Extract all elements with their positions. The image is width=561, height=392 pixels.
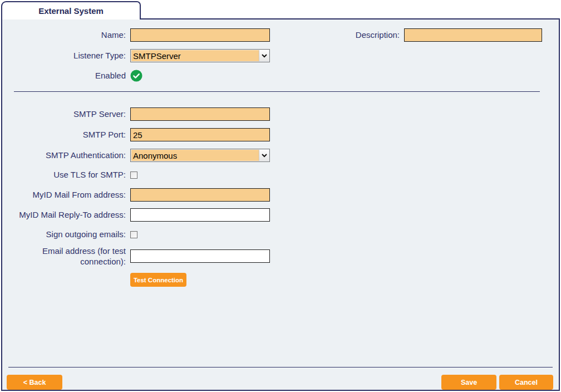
row-mail-from: MyID Mail From address:: [8, 188, 553, 202]
row-sign-emails: Sign outgoing emails:: [8, 229, 553, 240]
spacer: [62, 375, 441, 390]
tab-title: External System: [38, 6, 104, 16]
section-divider: [14, 91, 540, 92]
back-button[interactable]: < Back: [7, 375, 62, 390]
test-connection-button[interactable]: Test Connection: [130, 273, 186, 287]
smtp-port-label: SMTP Port:: [8, 129, 126, 140]
cancel-button[interactable]: Cancel: [499, 375, 553, 390]
smtp-server-label: SMTP Server:: [8, 109, 126, 120]
smtp-port-input[interactable]: [130, 128, 270, 141]
description-input[interactable]: [404, 28, 542, 42]
mail-reply-to-label: MyID Mail Reply-To address:: [8, 209, 126, 220]
smtp-authentication-label: SMTP Authentication:: [8, 150, 126, 161]
chevron-down-icon[interactable]: [259, 50, 269, 61]
mail-reply-to-input[interactable]: [130, 208, 270, 222]
description-label: Description:: [356, 30, 400, 41]
chevron-down-icon[interactable]: [259, 150, 269, 161]
external-system-panel: Name: Description: Listener Type: SMTPSe…: [1, 18, 560, 391]
row-enabled: Enabled: [8, 70, 553, 82]
row-smtp-port: SMTP Port:: [8, 128, 553, 141]
tab-external-system[interactable]: External System: [1, 1, 141, 19]
external-system-page: External System Name: Description: Liste…: [0, 0, 561, 392]
listener-type-label: Listener Type:: [8, 50, 126, 61]
mail-from-label: MyID Mail From address:: [8, 189, 126, 200]
enabled-label: Enabled: [8, 70, 126, 81]
enabled-check-icon[interactable]: [130, 70, 142, 82]
row-listener-type: Listener Type: SMTPServer: [8, 49, 553, 62]
test-email-input[interactable]: [130, 249, 270, 263]
smtp-authentication-value: Anonymous: [131, 151, 259, 160]
row-test-connection: Test Connection: [8, 273, 553, 287]
row-use-tls: Use TLS for SMTP:: [8, 169, 553, 180]
listener-type-select[interactable]: SMTPServer: [130, 49, 270, 62]
row-smtp-server: SMTP Server:: [8, 107, 553, 121]
save-button[interactable]: Save: [441, 375, 496, 390]
row-name-description: Name: Description:: [8, 28, 553, 42]
smtp-server-input[interactable]: [130, 107, 270, 121]
footer-buttons: < Back Save Cancel: [2, 367, 559, 390]
use-tls-label: Use TLS for SMTP:: [8, 169, 126, 180]
listener-type-value: SMTPServer: [131, 51, 259, 61]
footer-bar: < Back Save Cancel: [2, 367, 559, 390]
sign-emails-checkbox[interactable]: [130, 231, 137, 238]
row-smtp-authentication: SMTP Authentication: Anonymous: [8, 149, 553, 162]
sign-emails-label: Sign outgoing emails:: [8, 229, 126, 240]
test-email-label: Email address (for test connection):: [8, 246, 126, 267]
name-label: Name:: [8, 30, 126, 41]
mail-from-input[interactable]: [130, 188, 270, 202]
form-area: Name: Description: Listener Type: SMTPSe…: [2, 19, 559, 287]
name-input[interactable]: [130, 28, 270, 42]
row-mail-reply-to: MyID Mail Reply-To address:: [8, 208, 553, 222]
row-test-email: Email address (for test connection):: [8, 246, 553, 267]
use-tls-checkbox[interactable]: [130, 171, 137, 179]
smtp-authentication-select[interactable]: Anonymous: [130, 149, 270, 162]
